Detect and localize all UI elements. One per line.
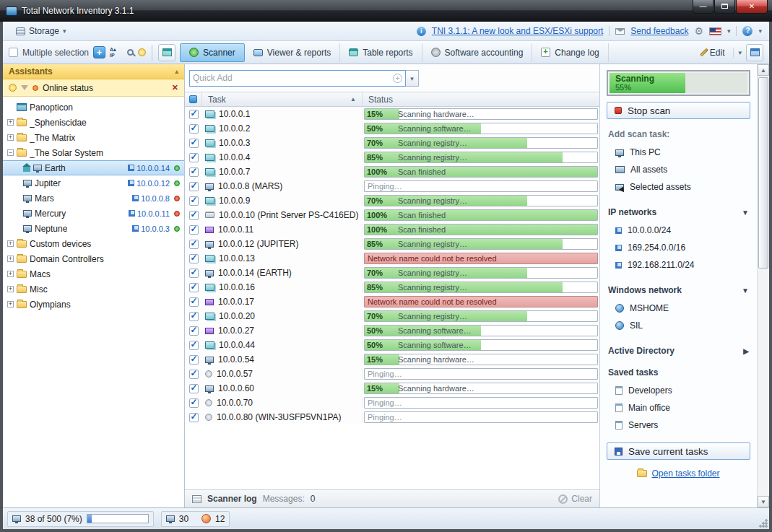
- task-row[interactable]: 10.0.0.13Network name could not be resol…: [185, 251, 599, 266]
- storage-menu[interactable]: Storage ▾: [10, 24, 72, 38]
- task-checkbox[interactable]: [189, 167, 199, 177]
- vertical-scrollbar[interactable]: ▲ ▼: [757, 64, 769, 507]
- language-flag-icon[interactable]: [709, 27, 721, 35]
- task-row[interactable]: 10.0.0.7100%Scan finished: [185, 165, 599, 179]
- resize-grip[interactable]: [758, 518, 768, 528]
- edit-chevron-icon[interactable]: ▾: [734, 49, 746, 56]
- tree-item-custom-devices[interactable]: +Custom devices: [3, 236, 184, 251]
- windows-network-item-mshome[interactable]: MSHOME: [607, 300, 750, 317]
- tree-item-misc[interactable]: +Misc: [3, 282, 184, 297]
- chevron-down-icon[interactable]: ▼: [742, 209, 749, 217]
- task-row[interactable]: 10.0.0.11100%Scan finished: [185, 222, 599, 237]
- expand-icon[interactable]: +: [7, 240, 14, 247]
- tree-item-mercury[interactable]: Mercury10.0.0.11: [3, 206, 184, 221]
- sort-a-ip-button[interactable]: A▴IP: [110, 47, 123, 58]
- task-row[interactable]: 10.0.0.4450%Scanning software…: [185, 338, 599, 352]
- task-checkbox[interactable]: [189, 269, 199, 278]
- title-bar[interactable]: Total Network Inventory 3.1.1 — ✕: [0, 0, 772, 22]
- task-checkbox[interactable]: [189, 124, 199, 134]
- tree-item-the-matrix[interactable]: +_The Matrix: [3, 130, 184, 145]
- status-column-header[interactable]: Status: [363, 95, 599, 105]
- task-checkbox[interactable]: [189, 225, 199, 235]
- task-checkbox[interactable]: [189, 254, 199, 263]
- task-checkbox[interactable]: [189, 139, 199, 148]
- online-status-assistant[interactable]: Online status ✕: [3, 79, 184, 97]
- add-task-this-pc[interactable]: This PC: [607, 144, 750, 161]
- task-row[interactable]: 10.0.0.6015%Scanning hardware…: [185, 381, 599, 396]
- collapse-icon[interactable]: ▴: [175, 68, 178, 75]
- task-checkbox[interactable]: [189, 384, 199, 393]
- expand-icon[interactable]: +: [7, 256, 14, 262]
- task-checkbox[interactable]: [189, 413, 199, 422]
- quick-add-dropdown[interactable]: ▾: [406, 70, 419, 87]
- ip-networks-item-192-168-211-0-24[interactable]: 192.168.211.0/24: [607, 256, 750, 274]
- scroll-down-button[interactable]: ▼: [758, 496, 769, 507]
- tab-change-log[interactable]: Change log: [532, 43, 608, 62]
- task-checkbox[interactable]: [189, 355, 199, 365]
- quick-add-plus-icon[interactable]: +: [393, 74, 402, 83]
- task-row[interactable]: 10.0.0.1685%Scanning registry…: [185, 280, 599, 295]
- task-row[interactable]: 10.0.0.115%Scanning hardware…: [185, 107, 599, 121]
- close-icon[interactable]: ✕: [172, 83, 178, 92]
- select-all-header[interactable]: [185, 92, 202, 106]
- task-checkbox[interactable]: [189, 196, 199, 206]
- task-checkbox[interactable]: [189, 326, 199, 336]
- scroll-up-button[interactable]: ▲: [758, 64, 769, 76]
- tree-item-panopticon[interactable]: Panopticon: [3, 100, 184, 115]
- section-saved-tasks[interactable]: Saved tasks: [608, 367, 750, 378]
- quick-add-input[interactable]: [193, 73, 393, 83]
- section-active-directory[interactable]: Active Directory▶: [608, 346, 750, 356]
- scrollbar-thumb[interactable]: [758, 77, 768, 269]
- expand-icon[interactable]: +: [7, 134, 14, 141]
- task-checkbox[interactable]: [189, 370, 199, 379]
- search-icon[interactable]: [127, 49, 134, 56]
- send-feedback-link[interactable]: Send feedback: [630, 26, 688, 36]
- scanner-log-bar[interactable]: Scanner log Messages: 0 Clear: [185, 489, 599, 507]
- task-checkbox[interactable]: [189, 297, 199, 307]
- expand-icon[interactable]: +: [7, 286, 14, 292]
- add-button[interactable]: +: [93, 46, 105, 58]
- task-row[interactable]: 10.0.0.57Pinging…: [185, 367, 599, 381]
- save-current-tasks-button[interactable]: Save current tasks: [607, 442, 750, 460]
- language-chevron-icon[interactable]: ▾: [727, 27, 731, 35]
- tree-item-jupiter[interactable]: Jupiter10.0.0.12: [3, 175, 184, 191]
- tab-viewer-reports[interactable]: Viewer & reports: [245, 43, 340, 62]
- tree-item-spheniscidae[interactable]: +_Spheniscidae: [3, 115, 184, 130]
- task-row[interactable]: 10.0.0.970%Scanning registry…: [185, 193, 599, 208]
- tab-software-accounting[interactable]: Software accounting: [422, 43, 533, 62]
- task-row[interactable]: 10.0.0.70Pinging…: [185, 396, 599, 410]
- task-checkbox[interactable]: [189, 211, 199, 220]
- multiple-selection-checkbox[interactable]: [9, 48, 18, 57]
- minimize-button[interactable]: —: [693, 0, 714, 14]
- tab-edit[interactable]: Edit: [694, 48, 734, 58]
- tree-item-olympians[interactable]: +Olympians: [3, 297, 184, 312]
- help-chevron-icon[interactable]: ▾: [758, 27, 762, 35]
- news-link[interactable]: TNI 3.1.1: A new look and ESX/ESXi suppo…: [432, 26, 603, 36]
- tree-item-domain-controllers[interactable]: +Domain Controllers: [3, 251, 184, 266]
- task-row[interactable]: 10.0.0.12 (JUPITER)85%Scanning registry…: [185, 237, 599, 251]
- expand-icon[interactable]: +: [7, 301, 14, 308]
- task-checkbox[interactable]: [189, 398, 199, 408]
- assistant-bulb-icon[interactable]: [138, 48, 146, 56]
- windows-network-item-sil[interactable]: SIL: [607, 317, 750, 334]
- layout-button[interactable]: [746, 44, 763, 61]
- add-task-selected-assets[interactable]: Selected assets: [607, 178, 750, 196]
- close-button[interactable]: ✕: [736, 0, 768, 14]
- help-icon[interactable]: ?: [742, 26, 753, 36]
- task-row[interactable]: 10.0.0.250%Scanning software…: [185, 121, 599, 136]
- saved-tasks-item-developers[interactable]: Developers: [607, 382, 750, 399]
- quick-add-field[interactable]: +: [189, 70, 406, 87]
- task-checkbox[interactable]: [189, 341, 199, 350]
- ip-networks-item-10-0-0-0-24[interactable]: 10.0.0.0/24: [607, 222, 750, 239]
- task-checkbox[interactable]: [189, 182, 199, 191]
- task-row[interactable]: 10.0.0.17Network name could not be resol…: [185, 295, 599, 309]
- task-row[interactable]: 10.0.0.5415%Scanning hardware…: [185, 352, 599, 367]
- task-row[interactable]: 10.0.0.10 (Print Server PS-C416ED)100%Sc…: [185, 208, 599, 222]
- task-row[interactable]: 10.0.0.80 (WIN-3USFP5VN1PA)Pinging…: [185, 410, 599, 424]
- task-checkbox[interactable]: [189, 110, 199, 119]
- task-row[interactable]: 10.0.0.8 (MARS)Pinging…: [185, 179, 599, 193]
- saved-tasks-item-servers[interactable]: Servers: [607, 417, 750, 434]
- add-task-all-assets[interactable]: All assets: [607, 161, 750, 178]
- tab-table-reports[interactable]: Table reports: [340, 43, 422, 62]
- task-row[interactable]: 10.0.0.370%Scanning registry…: [185, 136, 599, 150]
